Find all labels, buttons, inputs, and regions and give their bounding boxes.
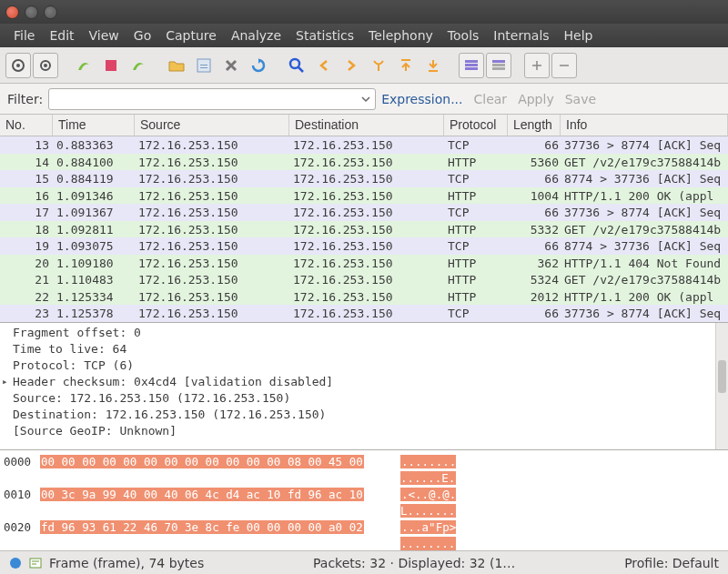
table-row[interactable]: 150.884119172.16.253.150172.16.253.150TC… [0, 170, 728, 187]
menu-analyze[interactable]: Analyze [225, 26, 288, 45]
packet-list-header: No.TimeSourceDestinationProtocolLengthIn… [0, 115, 728, 136]
autoscroll-button[interactable] [486, 53, 511, 78]
packet-details-pane[interactable]: Fragment offset: 0Time to live: 64Protoc… [0, 323, 728, 451]
minimize-icon[interactable] [25, 5, 38, 19]
svg-rect-17 [30, 559, 41, 568]
svg-point-8 [290, 59, 299, 68]
detail-line[interactable]: Time to live: 64 [0, 341, 728, 357]
svg-line-9 [298, 67, 303, 72]
status-right-text: Profile: Default [624, 556, 719, 570]
svg-point-3 [44, 64, 47, 67]
table-row[interactable]: 181.092811172.16.253.150172.16.253.150HT… [0, 221, 728, 238]
restart-capture-button[interactable] [126, 53, 151, 78]
filter-input[interactable] [48, 88, 376, 110]
expression-button[interactable]: Expression... [381, 92, 462, 106]
menu-capture[interactable]: Capture [159, 26, 223, 45]
svg-rect-7 [200, 65, 207, 65]
svg-rect-4 [106, 60, 116, 71]
table-row[interactable]: 211.110483172.16.253.150172.16.253.150HT… [0, 271, 728, 288]
column-header[interactable]: Protocol [444, 115, 508, 136]
svg-rect-15 [492, 67, 505, 70]
titlebar [0, 0, 728, 24]
table-row[interactable]: 201.109180172.16.253.150172.16.253.150HT… [0, 255, 728, 272]
detail-line[interactable]: Fragment offset: 0 [0, 325, 728, 341]
apply-button[interactable]: Apply [518, 92, 554, 106]
close-icon[interactable] [5, 5, 19, 19]
chevron-down-icon[interactable] [360, 94, 371, 105]
save-file-button[interactable] [191, 53, 217, 78]
table-row[interactable]: 130.883363172.16.253.150172.16.253.150TC… [0, 136, 728, 154]
column-header[interactable]: No. [0, 115, 53, 136]
go-last-button[interactable] [420, 53, 446, 78]
column-header[interactable]: Time [53, 115, 135, 136]
svg-rect-13 [492, 60, 505, 63]
stop-capture-button[interactable] [98, 53, 124, 78]
detail-line[interactable]: Destination: 172.16.253.150 (172.16.253.… [0, 407, 728, 423]
status-bar: Frame (frame), 74 bytes Packets: 32 · Di… [0, 550, 728, 574]
go-forward-button[interactable] [339, 53, 364, 78]
filter-label: Filter: [7, 92, 43, 106]
table-row[interactable]: 231.125378172.16.253.150172.16.253.150TC… [0, 305, 728, 322]
hex-row[interactable]: 000000 00 00 00 00 00 00 00 00 00 00 00 … [0, 454, 728, 487]
column-header[interactable]: Source [135, 115, 289, 136]
scroll-thumb[interactable] [718, 360, 726, 393]
close-file-button[interactable] [218, 53, 244, 78]
go-back-button[interactable] [311, 53, 337, 78]
detail-line[interactable]: [Source GeoIP: Unknown] [0, 423, 728, 439]
column-header[interactable]: Destination [289, 115, 444, 136]
svg-rect-10 [465, 60, 478, 63]
svg-rect-6 [200, 67, 207, 68]
capture-comment-icon[interactable] [29, 557, 42, 569]
svg-point-16 [10, 558, 21, 569]
find-button[interactable] [284, 53, 309, 78]
status-left-text: Frame (frame), 74 bytes [49, 556, 204, 570]
menu-view[interactable]: View [83, 26, 126, 45]
menubar: FileEditViewGoCaptureAnalyzeStatisticsTe… [0, 24, 728, 47]
detail-line[interactable]: Protocol: TCP (6) [0, 357, 728, 374]
hex-row[interactable]: 0020fd 96 93 61 22 46 70 3e 8c fe 00 00 … [0, 519, 728, 550]
expert-info-icon[interactable] [9, 557, 22, 569]
reload-button[interactable] [246, 53, 271, 78]
zoom-out-button[interactable] [551, 53, 577, 78]
start-capture-button[interactable] [71, 53, 96, 78]
menu-help[interactable]: Help [558, 26, 600, 45]
packet-list: No.TimeSourceDestinationProtocolLengthIn… [0, 115, 728, 323]
table-row[interactable]: 171.091367172.16.253.150172.16.253.150TC… [0, 204, 728, 221]
menu-internals[interactable]: Internals [487, 26, 555, 45]
column-header[interactable]: Length [508, 115, 561, 136]
menu-file[interactable]: File [7, 26, 41, 45]
table-row[interactable]: 161.091346172.16.253.150172.16.253.150HT… [0, 187, 728, 205]
save-button[interactable]: Save [565, 92, 596, 106]
detail-line[interactable]: Source: 172.16.253.150 (172.16.253.150) [0, 390, 728, 407]
clear-button[interactable]: Clear [474, 92, 508, 106]
table-row[interactable]: 140.884100172.16.253.150172.16.253.150HT… [0, 154, 728, 171]
menu-tools[interactable]: Tools [441, 26, 486, 45]
packet-bytes-pane[interactable]: 000000 00 00 00 00 00 00 00 00 00 00 00 … [0, 450, 728, 550]
filter-bar: Filter: Expression... Clear Apply Save [0, 84, 728, 115]
interfaces-button[interactable] [5, 53, 31, 78]
table-row[interactable]: 191.093075172.16.253.150172.16.253.150TC… [0, 237, 728, 255]
menu-telephony[interactable]: Telephony [362, 26, 440, 45]
status-mid-text: Packets: 32 · Displayed: 32 (1… [220, 556, 608, 570]
svg-point-1 [16, 64, 20, 67]
svg-rect-11 [465, 64, 478, 66]
detail-line[interactable]: Header checksum: 0x4cd4 [validation disa… [0, 374, 728, 390]
column-header[interactable]: Info [561, 115, 728, 136]
go-first-button[interactable] [393, 53, 419, 78]
toolbar [0, 47, 728, 84]
options-button[interactable] [33, 53, 58, 78]
zoom-in-button[interactable] [524, 53, 550, 78]
open-file-button[interactable] [164, 53, 189, 78]
go-to-packet-button[interactable] [366, 53, 391, 78]
table-row[interactable]: 221.125334172.16.253.150172.16.253.150HT… [0, 288, 728, 306]
menu-edit[interactable]: Edit [43, 26, 80, 45]
hex-row[interactable]: 001000 3c 9a 99 40 00 40 06 4c d4 ac 10 … [0, 487, 728, 519]
scrollbar[interactable] [715, 323, 728, 450]
svg-rect-14 [492, 64, 505, 66]
maximize-icon[interactable] [44, 5, 57, 19]
colorize-button[interactable] [459, 53, 484, 78]
svg-rect-12 [465, 67, 478, 70]
menu-statistics[interactable]: Statistics [289, 26, 360, 45]
menu-go[interactable]: Go [127, 26, 157, 45]
